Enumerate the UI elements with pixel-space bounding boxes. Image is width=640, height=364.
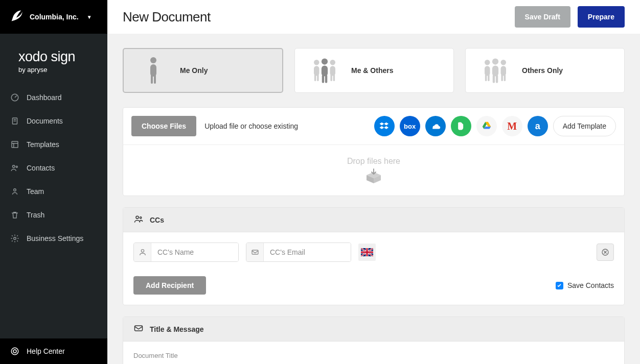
envelope-icon [246,243,264,261]
svg-point-25 [485,60,490,65]
add-recipient-button[interactable]: Add Recipient [133,276,206,295]
svg-rect-15 [314,74,316,81]
dropzone-label: Drop files here [347,157,400,166]
remove-cc-button[interactable] [597,244,614,261]
sidebar: Columbia, Inc. ▼ xodo sign by apryse Das… [0,0,107,364]
ccs-section-header: CCs [123,208,624,232]
sidebar-item-label: Help Center [27,347,65,355]
gmail-source-button[interactable]: M [502,116,522,136]
svg-rect-24 [333,74,335,81]
svg-point-6 [14,237,16,240]
brand-block: xodo sign by apryse [0,34,107,86]
sidebar-item-business-settings[interactable]: Business Settings [0,227,107,250]
sidebar-item-label: Documents [27,117,63,125]
group-icon-neutral [481,55,510,86]
add-template-button[interactable]: Add Template [553,116,616,136]
sidebar-item-label: Templates [27,140,59,149]
svg-point-21 [330,60,336,65]
upload-panel: Choose Files Upload file or choose exist… [123,107,625,196]
signer-option-me-others[interactable]: Me & Others [294,48,454,93]
title-message-panel: Title & Message Document Title [123,317,625,364]
dropbox-source-button[interactable] [374,116,395,136]
group-icon-mixed [310,55,339,86]
save-draft-button[interactable]: Save Draft [515,6,570,28]
single-person-icon [139,55,168,86]
svg-rect-35 [501,74,503,81]
sidebar-item-help-center[interactable]: Help Center [0,338,107,364]
svg-point-13 [314,60,319,65]
person-icon [134,243,151,261]
document-title-label: Document Title [133,352,614,359]
box-source-button[interactable]: box [400,116,420,136]
svg-rect-27 [485,74,487,81]
sidebar-item-label: Dashboard [27,93,62,102]
org-name: Columbia, Inc. [30,13,79,21]
sidebar-item-label: Team [27,187,44,196]
save-contacts-toggle[interactable]: Save Contacts [556,281,614,289]
sidebar-item-documents[interactable]: Documents [0,109,107,133]
sidebar-item-contacts[interactable]: Contacts [0,156,107,180]
svg-point-7 [11,348,18,355]
sidebar-nav: Dashboard Documents Templates Contacts [0,86,107,250]
page-title: New Document [123,9,211,25]
signer-option-label: Me & Others [351,66,393,75]
brand-sub: by apryse [18,66,107,74]
gear-icon [10,234,19,243]
svg-point-5 [14,189,16,191]
language-flag-button[interactable] [358,244,376,261]
svg-rect-40 [252,250,258,254]
choose-files-button[interactable]: Choose Files [131,116,196,136]
ccs-header-label: CCs [150,216,164,224]
amazon-source-button[interactable]: a [528,116,548,136]
svg-point-3 [13,165,15,168]
svg-rect-11 [151,75,153,84]
sidebar-item-trash[interactable]: Trash [0,203,107,227]
title-section-header: Title & Message [123,317,624,342]
svg-rect-20 [325,75,327,83]
svg-point-17 [322,58,328,64]
templates-icon [10,140,19,149]
svg-point-8 [13,350,16,353]
svg-point-38 [140,217,142,219]
cc-name-group [133,242,239,262]
dropzone[interactable]: Drop files here [123,144,624,196]
sidebar-footer: Help Center [0,338,107,364]
signer-option-label: Others Only [522,66,563,75]
sidebar-item-label: Contacts [27,164,55,172]
ccs-panel: CCs [123,207,625,305]
org-switcher[interactable]: Columbia, Inc. ▼ [0,0,107,34]
svg-rect-32 [496,75,498,83]
signer-option-me-only[interactable]: Me Only [123,48,283,93]
onedrive-source-button[interactable] [425,116,446,136]
save-contacts-label: Save Contacts [567,281,614,289]
feather-logo-icon [9,9,24,25]
google-drive-source-button[interactable] [476,116,497,136]
cc-email-group [246,242,351,262]
svg-point-4 [16,166,17,167]
svg-rect-12 [154,75,156,84]
sidebar-item-team[interactable]: Team [0,180,107,203]
svg-rect-43 [135,326,143,331]
cc-name-input[interactable] [151,243,238,261]
svg-rect-36 [504,74,506,81]
sidebar-item-dashboard[interactable]: Dashboard [0,86,107,109]
svg-rect-19 [322,75,324,83]
sidebar-item-templates[interactable]: Templates [0,133,107,156]
team-icon [10,187,19,196]
cloud-sources-row: box M a Add Template [374,116,616,136]
envelope-open-icon [133,323,144,335]
cc-email-input[interactable] [264,243,351,261]
signer-option-label: Me Only [180,66,208,75]
lifesaver-icon [10,347,19,356]
trash-icon [10,210,19,220]
svg-rect-30 [492,65,498,76]
documents-icon [10,116,19,126]
svg-rect-28 [488,74,490,81]
dropzone-box-icon [364,168,383,184]
signer-options-row: Me Only Me & Others [123,48,625,93]
sidebar-item-label: Business Settings [27,234,83,242]
signer-option-others-only[interactable]: Others Only [465,48,625,93]
sidebar-item-label: Trash [27,211,44,219]
evernote-source-button[interactable] [451,116,471,136]
prepare-button[interactable]: Prepare [578,6,625,28]
